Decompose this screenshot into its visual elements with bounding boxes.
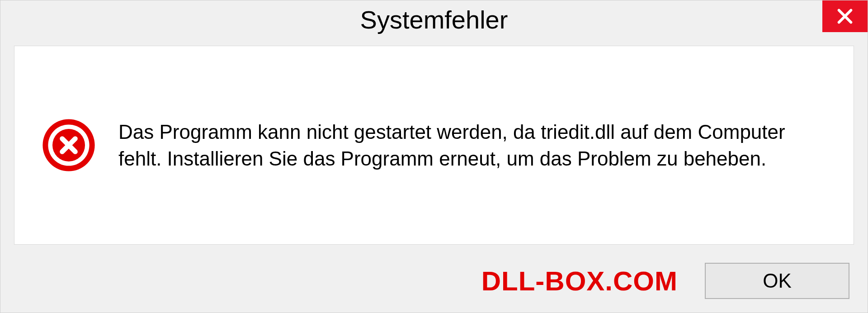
error-dialog: Systemfehler Das Programm kann nicht ges… bbox=[0, 0, 868, 313]
footer: DLL-BOX.COM OK bbox=[0, 254, 868, 313]
error-icon bbox=[42, 118, 96, 172]
dialog-title: Systemfehler bbox=[360, 5, 508, 34]
close-icon bbox=[836, 7, 854, 25]
titlebar: Systemfehler bbox=[0, 0, 868, 41]
error-message: Das Programm kann nicht gestartet werden… bbox=[118, 119, 826, 172]
close-button[interactable] bbox=[822, 0, 868, 32]
watermark-text: DLL-BOX.COM bbox=[481, 266, 678, 297]
ok-button[interactable]: OK bbox=[705, 263, 849, 299]
content-area: Das Programm kann nicht gestartet werden… bbox=[14, 46, 854, 245]
